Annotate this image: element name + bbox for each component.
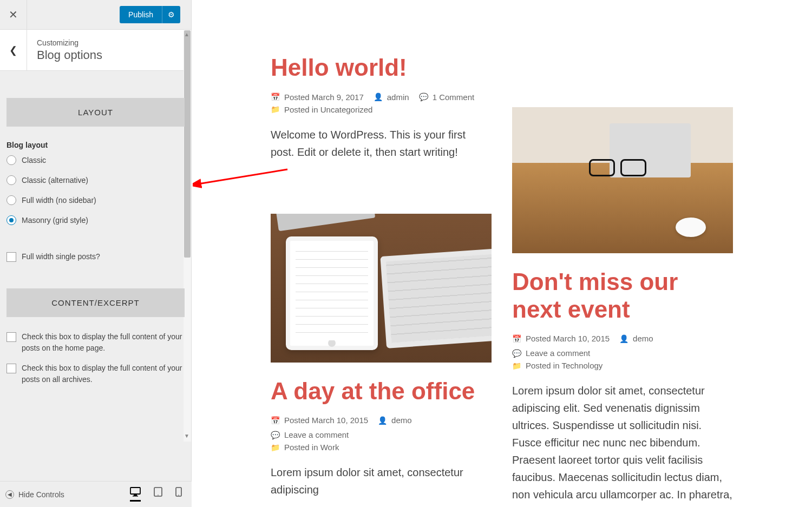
post-date: Posted March 10, 2015 bbox=[526, 334, 610, 343]
folder-icon: 📁 bbox=[271, 105, 280, 114]
publish-settings-button[interactable]: ⚙ bbox=[162, 6, 180, 23]
post-comments-link[interactable]: Leave a comment bbox=[284, 430, 349, 439]
radio-label: Classic bbox=[22, 155, 46, 166]
post-author-link[interactable]: demo bbox=[633, 334, 653, 343]
radio-classic-alt[interactable]: Classic (alternative) bbox=[6, 175, 185, 186]
radio-icon bbox=[6, 175, 16, 185]
post-excerpt: Lorem ipsum dolor sit amet, consectetur … bbox=[271, 464, 492, 498]
svg-point-6 bbox=[178, 495, 179, 496]
comment-icon: 💬 bbox=[419, 93, 428, 101]
post-card: A day at the office 📅Posted March 10, 20… bbox=[271, 363, 492, 499]
category-link[interactable]: Work bbox=[320, 443, 339, 452]
tablet-icon bbox=[154, 487, 162, 497]
calendar-icon: 📅 bbox=[512, 334, 521, 343]
post-excerpt: Lorem ipsum dolor sit amet, consectetur … bbox=[512, 382, 733, 507]
post-comments-link[interactable]: 1 Comment bbox=[433, 93, 475, 102]
radio-icon bbox=[6, 195, 16, 205]
post-featured-image[interactable] bbox=[512, 107, 733, 253]
checkbox-label: Check this box to display the full conte… bbox=[22, 331, 185, 354]
comment-icon: 💬 bbox=[271, 431, 280, 439]
scrollbar-arrow-up-icon[interactable]: ▲ bbox=[184, 31, 189, 37]
svg-rect-1 bbox=[134, 495, 137, 496]
close-button[interactable]: ✕ bbox=[0, 0, 27, 30]
post-excerpt: Welcome to WordPress. This is your first… bbox=[271, 126, 492, 161]
customizer-topbar: ✕ Publish ⚙ bbox=[0, 0, 191, 30]
device-desktop-button[interactable] bbox=[130, 487, 141, 502]
radio-classic[interactable]: Classic bbox=[6, 155, 185, 166]
radio-label: Full width (no sidebar) bbox=[22, 195, 96, 206]
radio-label: Classic (alternative) bbox=[22, 175, 88, 186]
post-date: Posted March 9, 2017 bbox=[284, 93, 364, 102]
check-full-content-archives[interactable]: Check this box to display the full conte… bbox=[6, 363, 185, 385]
content-excerpt-heading: CONTENT/EXCERPT bbox=[6, 288, 185, 317]
publish-group: Publish ⚙ bbox=[120, 6, 180, 23]
checkbox-icon bbox=[6, 252, 16, 262]
post-comments-link[interactable]: Leave a comment bbox=[526, 348, 590, 358]
radio-icon bbox=[6, 215, 16, 225]
layout-heading: LAYOUT bbox=[6, 98, 185, 127]
hide-controls-button[interactable]: ◀ Hide Controls bbox=[5, 490, 64, 499]
post-title-link[interactable]: Don't miss our next event bbox=[512, 268, 733, 323]
calendar-icon: 📅 bbox=[271, 416, 280, 425]
customizer-panel: ✕ Publish ⚙ ❮ Customizing Blog options ▲… bbox=[0, 0, 192, 507]
folder-icon: 📁 bbox=[271, 443, 280, 452]
preview-pane[interactable]: Hello world! 📅Posted March 9, 2017 👤admi… bbox=[192, 0, 812, 507]
section-header: ❮ Customizing Blog options bbox=[0, 30, 191, 71]
check-fullwidth-single[interactable]: Full width single posts? bbox=[6, 251, 185, 262]
mobile-icon bbox=[175, 487, 182, 497]
radio-full-width[interactable]: Full width (no sidebar) bbox=[6, 195, 185, 206]
checkbox-label: Check this box to display the full conte… bbox=[22, 363, 185, 385]
post-card: Hello world! 📅Posted March 9, 2017 👤admi… bbox=[271, 54, 492, 161]
post-meta: 📅Posted March 10, 2015 👤demo 💬Leave a co… bbox=[512, 334, 733, 358]
post-author-link[interactable]: admin bbox=[387, 93, 409, 102]
post-meta: 📅Posted March 10, 2015 👤demo 💬Leave a co… bbox=[271, 416, 492, 439]
svg-point-4 bbox=[158, 495, 159, 496]
svg-rect-0 bbox=[130, 488, 140, 494]
radio-label: Masonry (grid style) bbox=[22, 215, 88, 226]
section-titles: Customizing Blog options bbox=[27, 33, 112, 68]
panel-scroll[interactable]: LAYOUT Blog layout Classic Classic (alte… bbox=[0, 71, 191, 442]
category-link[interactable]: Uncategorized bbox=[320, 105, 373, 114]
post-featured-image[interactable] bbox=[271, 214, 492, 363]
post-title-link[interactable]: A day at the office bbox=[271, 378, 492, 405]
user-icon: 👤 bbox=[374, 93, 383, 101]
radio-masonry[interactable]: Masonry (grid style) bbox=[6, 215, 185, 226]
posted-in-label: Posted in bbox=[284, 443, 320, 452]
chevron-left-icon: ❮ bbox=[9, 44, 17, 56]
post-title-link[interactable]: Hello world! bbox=[271, 54, 492, 82]
gear-icon: ⚙ bbox=[168, 10, 175, 19]
device-mobile-button[interactable] bbox=[175, 487, 182, 502]
checkbox-label: Full width single posts? bbox=[22, 251, 100, 262]
category-link[interactable]: Technology bbox=[561, 361, 603, 370]
radio-icon bbox=[6, 155, 16, 165]
grid-column-2: Don't miss our next event 📅Posted March … bbox=[512, 0, 733, 507]
user-icon: 👤 bbox=[378, 416, 387, 425]
calendar-icon: 📅 bbox=[271, 93, 280, 101]
post-categories: 📁Posted in Technology bbox=[512, 361, 733, 370]
folder-icon: 📁 bbox=[512, 361, 521, 370]
checkbox-icon bbox=[6, 332, 16, 342]
user-icon: 👤 bbox=[619, 334, 628, 343]
back-button[interactable]: ❮ bbox=[0, 30, 27, 71]
post-date: Posted March 10, 2015 bbox=[284, 416, 368, 425]
device-buttons bbox=[130, 487, 182, 502]
customizing-label: Customizing bbox=[37, 38, 102, 47]
post-card: Don't miss our next event 📅Posted March … bbox=[512, 268, 733, 507]
blog-layout-label: Blog layout bbox=[6, 141, 185, 149]
post-author-link[interactable]: demo bbox=[391, 416, 412, 425]
post-categories: 📁Posted in Uncategorized bbox=[271, 105, 492, 114]
post-categories: 📁Posted in Work bbox=[271, 443, 492, 452]
comment-icon: 💬 bbox=[512, 349, 521, 358]
check-full-content-home[interactable]: Check this box to display the full conte… bbox=[6, 331, 185, 354]
section-title: Blog options bbox=[37, 48, 102, 62]
hide-controls-label: Hide Controls bbox=[18, 490, 64, 499]
collapse-left-icon: ◀ bbox=[5, 490, 14, 499]
posted-in-label: Posted in bbox=[284, 105, 320, 114]
bottom-bar: ◀ Hide Controls bbox=[0, 481, 192, 507]
publish-button[interactable]: Publish bbox=[120, 6, 162, 23]
post-meta: 📅Posted March 9, 2017 👤admin 💬1 Comment bbox=[271, 93, 492, 102]
posted-in-label: Posted in bbox=[526, 361, 561, 370]
device-tablet-button[interactable] bbox=[154, 487, 162, 502]
svg-rect-2 bbox=[133, 496, 138, 497]
desktop-icon bbox=[130, 487, 141, 497]
